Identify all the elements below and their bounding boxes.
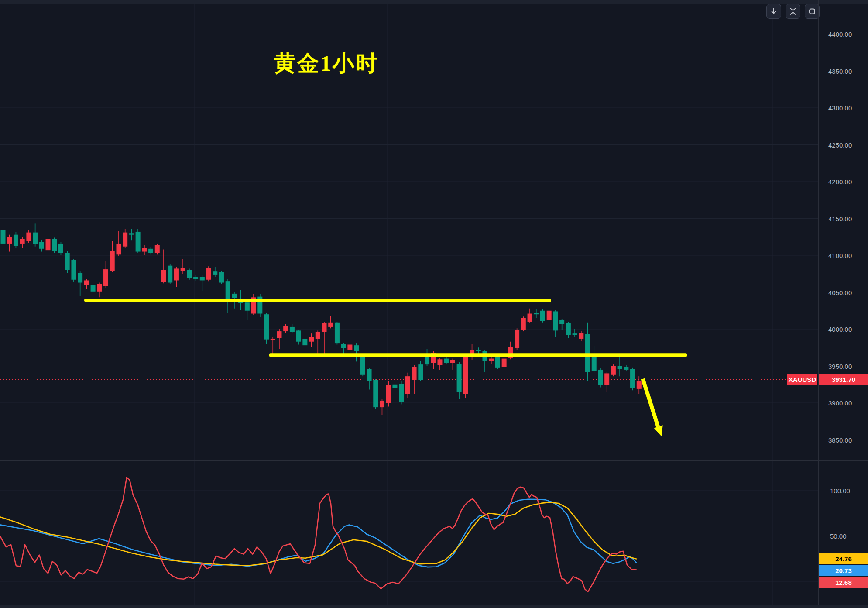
candle-body	[457, 364, 462, 392]
candle-body	[14, 235, 18, 246]
chart-background	[0, 0, 868, 608]
price-tick-label: 3850.00	[828, 436, 868, 444]
fullscreen-button[interactable]	[805, 4, 820, 19]
candle-body	[354, 345, 359, 351]
candle-body	[148, 249, 153, 253]
candle-body	[309, 337, 314, 342]
candle-body	[328, 323, 333, 327]
chart-toolbar	[766, 4, 820, 19]
candle-body	[155, 245, 160, 253]
candle-body	[386, 385, 391, 403]
candle-body	[264, 314, 269, 339]
candle-body	[7, 237, 12, 244]
candle-body	[425, 357, 429, 364]
chart-title: 黄金1小时	[274, 49, 379, 78]
candle-body	[129, 233, 134, 234]
price-tick-label: 4400.00	[828, 31, 868, 38]
candle-body	[136, 232, 141, 252]
chart-window: 黄金1小时 4400.004350.004300.004250.004200.0…	[0, 0, 868, 608]
kdj-j-value-badge: 12.68	[819, 577, 868, 588]
candle-body	[142, 248, 147, 251]
candle-body	[219, 272, 224, 283]
candle-body	[553, 311, 558, 330]
indicator-tick-label: 50.00	[830, 532, 868, 540]
candle-body	[161, 270, 166, 282]
top-strip-bg	[0, 0, 868, 4]
price-and-indicator-chart[interactable]	[0, 0, 868, 608]
candle-body	[316, 332, 320, 339]
candle-body	[412, 367, 417, 380]
candle-body	[277, 331, 281, 338]
candle-body	[392, 385, 397, 388]
price-tick-label: 4050.00	[828, 289, 868, 296]
download-arrow-icon	[770, 7, 778, 15]
price-tick-label: 4100.00	[828, 252, 868, 259]
candle-body	[637, 381, 642, 389]
candle-body	[290, 327, 295, 332]
candle-body	[444, 359, 449, 363]
candle-body	[97, 284, 102, 292]
candle-body	[598, 370, 603, 385]
candle-body	[245, 302, 250, 311]
candle-body	[367, 369, 372, 381]
candle-body	[540, 311, 545, 321]
price-tick-label: 3950.00	[828, 363, 868, 370]
price-tick-label: 3900.00	[828, 399, 868, 407]
candle-body	[489, 359, 494, 361]
candle-body	[437, 359, 442, 365]
price-tick-label: 4000.00	[828, 326, 868, 333]
candle-body	[604, 373, 609, 385]
price-tick-label: 4350.00	[828, 68, 868, 75]
download-button[interactable]	[766, 4, 781, 19]
candle-body	[174, 268, 179, 280]
candle-body	[405, 376, 410, 394]
candle-body	[193, 277, 198, 279]
candle-body	[347, 344, 352, 350]
candle-body	[116, 244, 121, 254]
kdj-k-value-badge: 20.73	[819, 565, 868, 576]
candle-body	[232, 294, 237, 298]
candle-body	[200, 277, 205, 280]
collapse-panes-button[interactable]	[786, 4, 800, 19]
candle-body	[341, 344, 346, 348]
candle-body	[322, 323, 327, 332]
fullscreen-icon	[808, 7, 816, 15]
kdj-d-value-badge: 24.76	[819, 553, 868, 564]
candle-body	[181, 268, 185, 271]
candle-body	[502, 359, 507, 367]
indicator-tick-label: 100.00	[830, 487, 868, 495]
candle-body	[187, 270, 192, 278]
candle-body	[335, 323, 340, 343]
candle-body	[226, 281, 230, 299]
candle-body	[213, 271, 217, 275]
candle-body	[611, 366, 616, 375]
bottom-strip	[0, 605, 868, 608]
candle-body	[515, 330, 519, 348]
pane-separator[interactable]	[0, 460, 868, 461]
candle-body	[547, 311, 552, 320]
candle-body	[33, 233, 38, 244]
candle-body	[534, 313, 539, 314]
candle-body	[495, 357, 500, 368]
candle-body	[630, 369, 635, 388]
candle-body	[418, 364, 423, 380]
symbol-label-badge: XAUUSD	[787, 374, 817, 385]
candle-body	[373, 380, 378, 408]
candle-body	[71, 260, 76, 280]
candle-body	[58, 244, 63, 253]
current-price-badge: 3931.70	[819, 374, 868, 385]
candle-body	[91, 285, 96, 292]
candle-body	[296, 330, 301, 341]
candle-body	[39, 242, 44, 249]
price-tick-label: 4200.00	[828, 178, 868, 185]
candle-body	[521, 318, 526, 330]
candle-body	[1, 230, 6, 244]
candle-body	[476, 350, 481, 351]
candle-body	[573, 333, 577, 335]
candle-body	[46, 239, 51, 250]
candle-body	[566, 323, 571, 335]
candle-body	[528, 314, 532, 322]
candle-body	[271, 339, 275, 340]
candle-body	[78, 273, 82, 283]
candle-body	[26, 233, 31, 241]
